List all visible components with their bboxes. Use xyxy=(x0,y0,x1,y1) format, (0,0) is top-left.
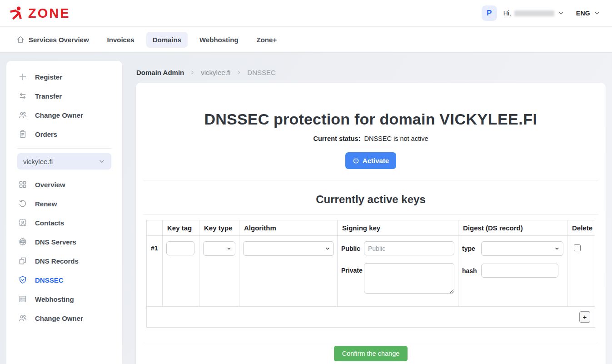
activate-button[interactable]: Activate xyxy=(345,152,396,169)
dnssec-keys-table: Key tag Key type Algorithm Signing key D… xyxy=(146,220,595,328)
page-title-prefix: DNSSEC protection for domain xyxy=(204,110,435,128)
key-type-cell xyxy=(199,236,239,307)
domain-selector[interactable]: vickylee.fi xyxy=(17,153,111,170)
avatar[interactable]: P xyxy=(482,5,497,21)
greeting-label: Hi, xyxy=(503,10,511,17)
shield-check-icon xyxy=(18,275,27,284)
nav-item-zone-plus[interactable]: Zone+ xyxy=(250,32,284,48)
globe-dns-icon: DNS xyxy=(18,237,27,246)
sidebar-item-dns-records[interactable]: DNS Records xyxy=(6,251,122,270)
sidebar-item-dnssec[interactable]: DNSSEC xyxy=(6,270,122,289)
chevron-right-icon xyxy=(189,70,195,75)
sidebar-item-change-owner[interactable]: Change Owner xyxy=(6,105,122,125)
server-icon xyxy=(18,294,27,304)
delete-checkbox[interactable] xyxy=(574,244,581,251)
power-icon xyxy=(353,157,359,164)
home-icon xyxy=(16,35,25,44)
copy-icon xyxy=(18,256,27,265)
transfer-arrows-icon xyxy=(18,91,27,100)
main-nav: Services Overview Invoices Domains Webho… xyxy=(0,27,612,53)
row-index: #1 xyxy=(147,236,163,307)
public-key-input[interactable] xyxy=(364,241,454,255)
breadcrumb-domain[interactable]: vickylee.fi xyxy=(201,69,230,76)
table-footer-row: + xyxy=(147,307,595,328)
zone-logo[interactable]: zone xyxy=(9,6,70,21)
user-name-redacted xyxy=(514,10,554,16)
clipboard-icon xyxy=(18,130,27,139)
status-value: DNSSEC is not active xyxy=(364,135,428,142)
key-tag-cell xyxy=(163,236,199,307)
page: zone P Hi, ENG Services Overview Invoice… xyxy=(0,0,612,364)
sidebar-item-change-owner-2[interactable]: Change Owner xyxy=(6,309,122,328)
divider xyxy=(143,342,598,342)
algorithm-cell xyxy=(239,236,338,307)
col-header-algorithm: Algorithm xyxy=(239,220,338,236)
col-header-index xyxy=(147,220,163,236)
page-title: DNSSEC protection for domain VICKYLEE.FI xyxy=(143,110,598,128)
add-row-button[interactable]: + xyxy=(579,311,590,323)
domain-selector-value: vickylee.fi xyxy=(23,158,53,165)
digest-type-select[interactable] xyxy=(481,241,563,256)
dnssec-card: DNSSEC protection for domain VICKYLEE.FI… xyxy=(136,83,606,364)
header-user-area: P Hi, ENG xyxy=(482,5,600,21)
zone-logo-text: zone xyxy=(28,7,70,20)
sidebar-item-register[interactable]: Register xyxy=(6,67,122,86)
key-tag-input[interactable] xyxy=(166,241,194,255)
users-icon xyxy=(18,314,27,323)
divider xyxy=(143,180,598,180)
main-column: Domain Admin vickylee.fi DNSSEC DNSSEC p… xyxy=(136,61,606,364)
digest-hash-input[interactable] xyxy=(481,264,558,278)
digest-hash-label: hash xyxy=(462,264,481,274)
app-header: zone P Hi, ENG xyxy=(0,0,612,27)
col-header-key-tag: Key tag xyxy=(163,220,199,236)
nav-item-invoices[interactable]: Invoices xyxy=(101,32,141,48)
sidebar-item-dns-servers[interactable]: DNS DNS Servers xyxy=(6,232,122,251)
language-label[interactable]: ENG xyxy=(576,10,590,17)
add-row-cell: + xyxy=(147,307,595,328)
sidebar-divider xyxy=(17,148,111,149)
sidebar-item-contacts[interactable]: Contacts xyxy=(6,213,122,232)
sidebar-item-orders[interactable]: Orders xyxy=(6,125,122,144)
page-title-domain: VICKYLEE.FI xyxy=(439,110,537,128)
table-header-row: Key tag Key type Algorithm Signing key D… xyxy=(147,220,595,236)
col-header-digest: Digest (DS record) xyxy=(458,220,567,236)
private-label: Private xyxy=(341,263,364,274)
signing-key-cell: Public Private xyxy=(338,236,458,307)
sidebar-item-overview[interactable]: Overview xyxy=(6,175,122,194)
breadcrumb-domain-admin[interactable]: Domain Admin xyxy=(136,69,184,76)
confirm-change-button[interactable]: Confirm the change xyxy=(334,346,408,361)
status-label: Current status: xyxy=(313,135,361,142)
col-header-delete: Delete xyxy=(567,220,595,236)
divider xyxy=(143,214,598,214)
col-header-signing-key: Signing key xyxy=(338,220,458,236)
contact-card-icon xyxy=(18,218,27,227)
language-chevron-icon[interactable] xyxy=(594,10,600,16)
sidebar-item-renew[interactable]: Renew xyxy=(6,194,122,213)
nav-item-webhosting[interactable]: Webhosting xyxy=(193,32,245,48)
chevron-right-icon xyxy=(236,70,242,75)
content-area: Register Transfer Change Owner Orders vi… xyxy=(0,53,612,364)
plus-icon xyxy=(18,72,27,81)
col-header-key-type: Key type xyxy=(199,220,239,236)
public-label: Public xyxy=(341,241,364,252)
table-row: #1 xyxy=(147,236,595,307)
chevron-down-icon xyxy=(98,158,105,165)
nav-item-domains[interactable]: Domains xyxy=(146,32,188,48)
delete-cell xyxy=(567,236,595,307)
nav-item-services-overview[interactable]: Services Overview xyxy=(10,31,95,48)
breadcrumb: Domain Admin vickylee.fi DNSSEC xyxy=(136,68,606,77)
refresh-icon xyxy=(18,199,27,208)
digest-type-label: type xyxy=(462,241,481,252)
digest-cell: type hash xyxy=(458,236,567,307)
user-menu-chevron-icon[interactable] xyxy=(558,10,564,16)
breadcrumb-dnssec: DNSSEC xyxy=(247,69,276,76)
sidebar: Register Transfer Change Owner Orders vi… xyxy=(6,61,122,364)
zone-runner-icon xyxy=(9,6,24,21)
grid-icon xyxy=(18,180,27,189)
sidebar-item-webhosting[interactable]: Webhosting xyxy=(6,289,122,309)
key-type-select[interactable] xyxy=(203,241,235,256)
algorithm-select[interactable] xyxy=(243,241,334,256)
users-icon xyxy=(18,110,27,120)
sidebar-item-transfer[interactable]: Transfer xyxy=(6,86,122,105)
private-key-textarea[interactable] xyxy=(364,263,454,294)
